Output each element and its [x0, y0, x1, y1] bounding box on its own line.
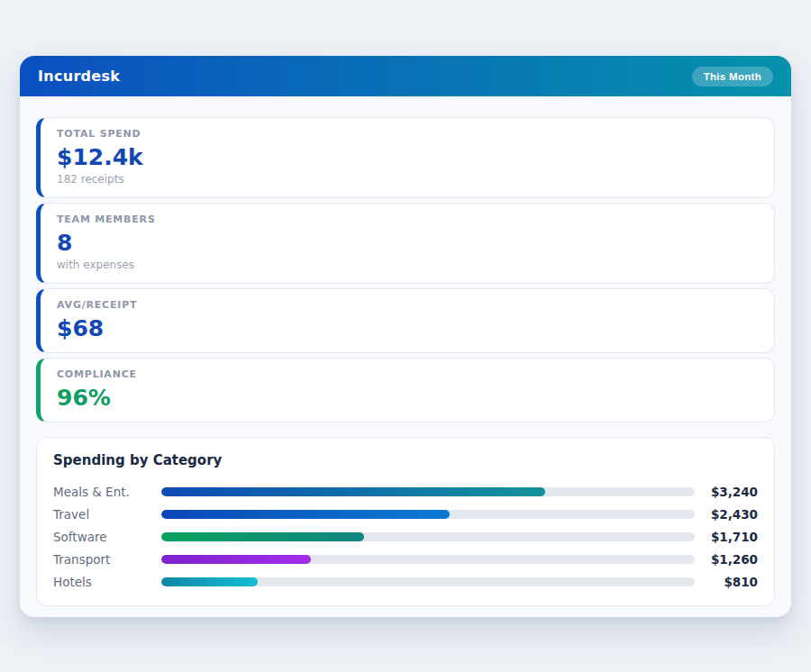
- category-bar-fill: [161, 577, 258, 586]
- category-amount: $810: [695, 575, 758, 589]
- category-bar-track: [161, 532, 695, 541]
- period-badge[interactable]: This Month: [692, 67, 773, 86]
- stat-value: 96%: [57, 386, 758, 411]
- stat-value: $68: [57, 316, 758, 341]
- category-row: Travel$2,430: [53, 503, 758, 525]
- category-card-title: Spending by Category: [53, 452, 758, 468]
- stat-value: $12.4k: [57, 145, 758, 170]
- stat-card: TEAM MEMBERS 8 with expenses: [36, 203, 775, 284]
- category-bar-track: [161, 577, 695, 586]
- category-label: Hotels: [53, 575, 161, 589]
- dashboard-panel: Incurdesk This Month TOTAL SPEND $12.4k …: [20, 56, 791, 617]
- app-title: Incurdesk: [38, 68, 120, 85]
- category-amount: $3,240: [695, 485, 758, 499]
- category-row: Transport$1,260: [53, 548, 758, 570]
- stat-value: 8: [57, 231, 758, 256]
- stat-card: COMPLIANCE 96%: [36, 358, 775, 422]
- category-bar-fill: [161, 510, 450, 519]
- category-row: Software$1,710: [53, 525, 758, 548]
- category-label: Travel: [53, 507, 161, 522]
- spending-by-category-card: Spending by Category Meals & Ent.$3,240T…: [36, 437, 775, 606]
- category-bar-fill: [161, 532, 364, 541]
- stat-label: AVG/RECEIPT: [57, 299, 758, 312]
- category-label: Software: [53, 530, 161, 544]
- category-label: Meals & Ent.: [53, 485, 161, 499]
- category-bar-track: [161, 510, 695, 519]
- category-rows: Meals & Ent.$3,240Travel$2,430Software$1…: [53, 480, 758, 593]
- category-bar-track: [161, 555, 695, 564]
- category-row: Hotels$810: [53, 570, 758, 593]
- stat-label: TEAM MEMBERS: [57, 213, 758, 226]
- stat-card: TOTAL SPEND $12.4k 182 receipts: [36, 117, 775, 198]
- category-amount: $1,260: [695, 552, 758, 567]
- panel-content: TOTAL SPEND $12.4k 182 receipts TEAM MEM…: [20, 96, 791, 617]
- stat-label: TOTAL SPEND: [57, 128, 758, 141]
- category-row: Meals & Ent.$3,240: [53, 480, 758, 503]
- stat-sub: 182 receipts: [57, 173, 758, 186]
- stat-label: COMPLIANCE: [57, 368, 758, 381]
- app-header: Incurdesk This Month: [20, 56, 791, 96]
- stat-sub: with expenses: [57, 259, 758, 272]
- category-amount: $1,710: [695, 530, 758, 544]
- category-amount: $2,430: [695, 507, 758, 522]
- stat-card: AVG/RECEIPT $68: [36, 288, 775, 353]
- category-bar-fill: [161, 555, 311, 564]
- category-label: Transport: [53, 552, 161, 567]
- category-bar-fill: [161, 487, 545, 496]
- category-bar-track: [161, 487, 695, 496]
